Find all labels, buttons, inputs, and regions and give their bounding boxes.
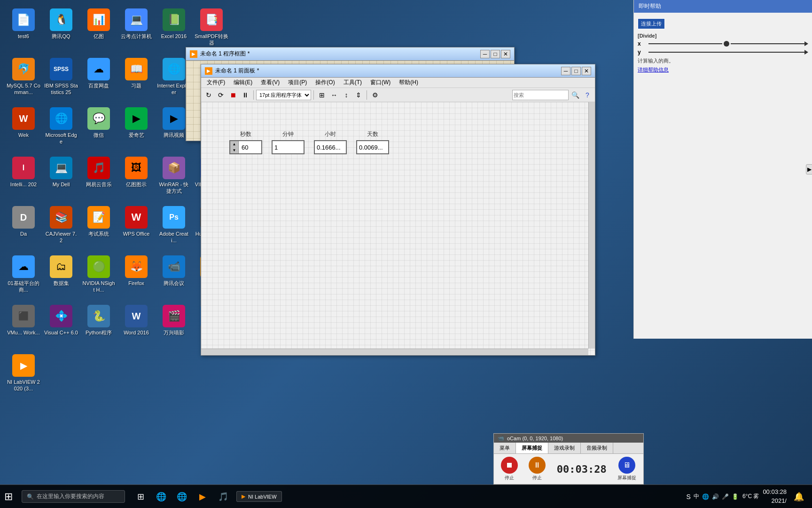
desktop-icon-python[interactable]: 🐍 Python程序 [80, 301, 117, 348]
toolbar-resize-btn[interactable]: ↕ [341, 89, 352, 101]
panel-collapse-btn[interactable]: ▶ [806, 164, 812, 175]
desktop-icon-winrar[interactable]: 📦 WinRAR - 快捷方式 [155, 153, 193, 200]
task-view-btn[interactable]: ⊞ [132, 488, 149, 505]
desktop-icon-word2016[interactable]: W Word 2016 [117, 301, 155, 348]
taskbar-music-btn[interactable]: 🎵 [215, 488, 232, 505]
fp-spinner: ▲ ▼ [230, 141, 239, 153]
toolbar-distribute-btn[interactable]: ↔ [328, 89, 340, 101]
desktop-icon-vmwork[interactable]: ⬛ VMu... Work... [5, 301, 42, 348]
toolbar-run-btn[interactable]: ↻ [203, 89, 214, 101]
desktop-icon-01jichupingtai[interactable]: ☁ 01基础平台的商... [5, 252, 42, 299]
01jichupingtai-icon: ☁ [12, 255, 35, 278]
ocam-capture-btn[interactable]: 🖥 屏幕捕捉 [617, 457, 636, 481]
labview-front-minimize-btn[interactable]: ─ [561, 67, 570, 75]
desktop-icon-wek[interactable]: W Wek [5, 103, 42, 151]
ime-icon: 中 [694, 492, 699, 500]
desktop-icon-mydell[interactable]: 💻 My Dell [42, 153, 80, 200]
taskbar-labview-btn[interactable]: ▶ [194, 488, 211, 505]
toolbar-reorder-btn[interactable]: ⇕ [353, 89, 364, 101]
menu-file[interactable]: 文件(F) [203, 78, 229, 87]
desktop-icon-adobe[interactable]: Ps Adobe Creati... [155, 202, 193, 249]
ocam-tab-game[interactable]: 游戏录制 [548, 443, 581, 453]
ocam-tab-screen[interactable]: 屏幕捕捉 [516, 443, 548, 453]
notification-btn[interactable]: 🔔 [790, 488, 807, 505]
fp-miaoshu-input[interactable]: ▲ ▼ 60 [229, 140, 262, 154]
desktop-icon-yunkaodian[interactable]: 💻 云考点计算机 [117, 5, 155, 52]
desktop-icon-wpsoffice[interactable]: W WPS Office [117, 202, 155, 249]
scrollbar-horizontal[interactable] [201, 349, 588, 355]
labview-front-close-btn[interactable]: ✕ [582, 67, 591, 75]
start-btn[interactable]: ⊞ [0, 488, 17, 505]
desktop-icon-visualcpp[interactable]: 💠 Visual C++ 6.0 [42, 301, 80, 348]
desktop-icon-da[interactable]: D Da [5, 202, 42, 249]
xuexi-icon: 📖 [125, 58, 148, 80]
desktop-icon-kaoshi[interactable]: 📝 考试系统 [80, 202, 117, 249]
desktop-icon-wechat[interactable]: 💬 微信 [80, 103, 117, 151]
desktop-icon-iqiyi[interactable]: ▶ 爱奇艺 [117, 103, 155, 151]
desktop-icon-shujuku[interactable]: 🗂 数据集 [42, 252, 80, 299]
desktop-icon-qq[interactable]: 🐧 腾讯QQ [42, 5, 80, 52]
ocam-tab-menu[interactable]: 菜单 [494, 443, 516, 453]
python-label: Python程序 [86, 329, 112, 336]
menu-window[interactable]: 窗口(W) [367, 78, 394, 87]
taskbar-edge-btn[interactable]: 🌐 [173, 488, 190, 505]
desktop-icon-nvidia[interactable]: 🟢 NVIDIA NSight H... [80, 252, 117, 299]
detail-link[interactable]: 详细帮助信息 [638, 67, 669, 72]
desktop-icon-xuexi[interactable]: 📖 习题 [117, 54, 155, 101]
menu-project[interactable]: 项目(P) [284, 78, 311, 87]
desktop-icon-test6[interactable]: 📄 test6 [5, 5, 42, 52]
fp-xiaoshi-control: 小时 0.1666... [314, 130, 347, 154]
taskbar-browser-btn[interactable]: 🌐 [153, 488, 170, 505]
toolbar-pause-btn[interactable]: ⏸ [240, 89, 251, 101]
desktop-icon-cajviewer[interactable]: 📚 CAJViewer 7.2 [42, 202, 80, 249]
menu-view[interactable]: 查看(V) [257, 78, 283, 87]
desktop-icon-tencentmeet[interactable]: 📹 腾讯会议 [155, 252, 193, 299]
desktop-icon-wanxing[interactable]: 🎬 万兴喵影 [155, 301, 193, 348]
taskbar-app-labview[interactable]: ▶ NI LabVIEW [236, 491, 282, 502]
search-btn[interactable]: 🔍 [570, 89, 581, 101]
help-btn[interactable]: ? [582, 89, 593, 101]
toolbar-abort-btn[interactable]: ⏹ [227, 89, 239, 101]
desktop-icon-ibmspss[interactable]: SPSS IBM SPSS Statistics 25 [42, 54, 80, 101]
labview-block-close-btn[interactable]: ✕ [501, 50, 510, 58]
fp-spin-down-btn[interactable]: ▼ [230, 147, 238, 153]
fp-tianshu-value: 0.0069... [359, 144, 383, 151]
desktop-icon-baidupan[interactable]: ☁ 百度网盘 [80, 54, 117, 101]
menu-help[interactable]: 帮助(H) [395, 78, 422, 87]
labview-block-maximize-btn[interactable]: □ [491, 50, 500, 58]
menu-tools[interactable]: 工具(T) [340, 78, 366, 87]
ni-upload-btn[interactable]: 连接上传 [638, 18, 665, 29]
firefox-label: Firefox [128, 280, 144, 286]
qq-icon: 🐧 [50, 8, 72, 31]
scrollbar-vertical[interactable] [588, 102, 595, 349]
ocam-pause-btn[interactable]: ⏸ 停止 [529, 457, 546, 481]
ocam-stop-btn1[interactable]: ⏹ 停止 [501, 457, 518, 481]
search-input[interactable] [512, 90, 569, 100]
desktop-icon-wangyi[interactable]: 🎵 网易云音乐 [80, 153, 117, 200]
desktop-icon-smallpdf[interactable]: 📑 SmallPDF转换器 [193, 5, 230, 52]
desktop-icon-yitupic[interactable]: 🖼 亿图图示 [117, 153, 155, 200]
toolbar-align-btn[interactable]: ⊞ [316, 89, 328, 101]
desktop-icon-firefox[interactable]: 🦊 Firefox [117, 252, 155, 299]
toolbar-run-continuous-btn[interactable]: ⟳ [215, 89, 226, 101]
desktop-icon-yitu[interactable]: 📊 亿图 [80, 5, 117, 52]
menu-operate[interactable]: 操作(O) [312, 78, 338, 87]
fp-spin-up-btn[interactable]: ▲ [230, 141, 238, 147]
toolbar-extra-btn[interactable]: ⚙ [369, 89, 381, 101]
labview-front-titlebar: ▶ 未命名 1 前面板 * ─ □ ✕ [201, 64, 595, 78]
desktop-icon-excel[interactable]: 📗 Excel 2016 [155, 5, 193, 52]
intelli-label: Intelli... 202 [10, 181, 37, 188]
desktop-icon-nilabview[interactable]: ▶ NI LabVIEW 2020 (3... [5, 350, 42, 397]
system-clock[interactable]: 00:03:28 2021/ [763, 488, 787, 505]
baidupan-label: 百度网盘 [88, 82, 109, 89]
labview-block-minimize-btn[interactable]: ─ [480, 50, 490, 58]
desktop-icon-mysql[interactable]: 🐬 MySQL 5.7 Comman... [5, 54, 42, 101]
winrar-label: WinRAR - 快捷方式 [157, 181, 191, 195]
labview-front-maximize-btn[interactable]: □ [571, 67, 581, 75]
menu-edit[interactable]: 编辑(E) [230, 78, 256, 87]
font-selector[interactable]: 17pt 应用程序字体 [256, 90, 311, 100]
taskbar-search-box[interactable]: 🔍 在这里输入你要搜索的内容 [22, 490, 125, 503]
desktop-icon-intelli[interactable]: I Intelli... 202 [5, 153, 42, 200]
ocam-tab-audio[interactable]: 音频录制 [581, 443, 613, 453]
desktop-icon-edge[interactable]: 🌐 Microsoft Edge [42, 103, 80, 151]
